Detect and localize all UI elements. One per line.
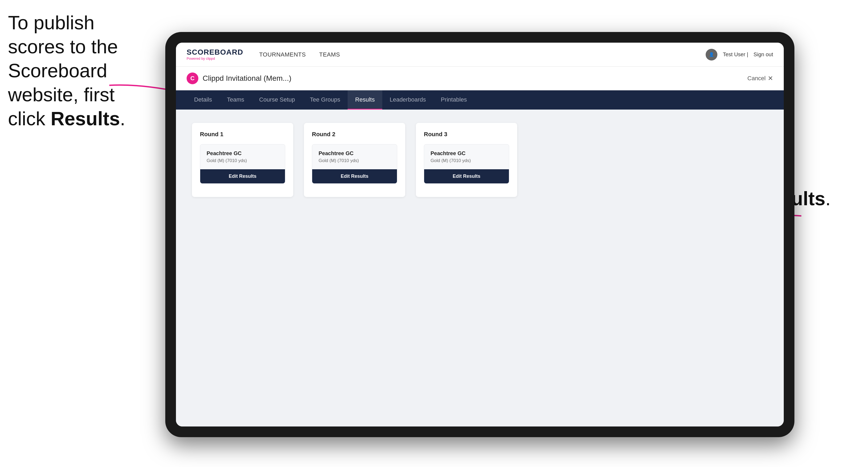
round-1-edit-results-button[interactable]: Edit Results bbox=[200, 169, 285, 183]
round-2-course-name: Peachtree GC bbox=[318, 150, 391, 156]
tablet-frame: SCOREBOARD Powered by clippd TOURNAMENTS… bbox=[165, 32, 795, 437]
tab-tee-groups[interactable]: Tee Groups bbox=[303, 90, 348, 110]
round-2-edit-results-button[interactable]: Edit Results bbox=[312, 169, 397, 183]
nav-teams[interactable]: TEAMS bbox=[319, 51, 340, 58]
logo-area: SCOREBOARD Powered by clippd bbox=[187, 49, 243, 61]
tab-results[interactable]: Results bbox=[348, 90, 382, 110]
close-icon: ✕ bbox=[768, 75, 773, 82]
round-3-course-card: Peachtree GC Gold (M) (7010 yds) Edit Re… bbox=[424, 144, 509, 184]
round-3-course-name: Peachtree GC bbox=[431, 150, 502, 156]
round-1-course-name: Peachtree GC bbox=[207, 150, 279, 156]
user-name: Test User | bbox=[723, 52, 748, 58]
tab-bar: Details Teams Course Setup Tee Groups Re… bbox=[176, 90, 784, 110]
right-instruction-end: . bbox=[825, 188, 831, 209]
logo-scoreboard: SCOREBOARD bbox=[187, 49, 243, 56]
rounds-grid: Round 1 Peachtree GC Gold (M) (7010 yds)… bbox=[192, 123, 768, 197]
round-3-card: Round 3 Peachtree GC Gold (M) (7010 yds)… bbox=[416, 123, 517, 197]
round-1-title: Round 1 bbox=[200, 131, 285, 138]
logo-sub: Powered by clippd bbox=[187, 57, 243, 61]
round-1-course-details: Gold (M) (7010 yds) bbox=[207, 158, 279, 163]
round-3-title: Round 3 bbox=[424, 131, 509, 138]
nav-tournaments[interactable]: TOURNAMENTS bbox=[259, 51, 306, 58]
tab-course-setup[interactable]: Course Setup bbox=[252, 90, 303, 110]
round-2-card: Round 2 Peachtree GC Gold (M) (7010 yds)… bbox=[304, 123, 405, 197]
tablet-screen: SCOREBOARD Powered by clippd TOURNAMENTS… bbox=[176, 43, 784, 427]
sign-out[interactable]: Sign out bbox=[754, 52, 773, 58]
tournament-title-row: C Clippd Invitational (Mem...) bbox=[187, 72, 291, 84]
tournament-icon: C bbox=[187, 72, 198, 84]
tournament-name: Clippd Invitational (Mem...) bbox=[203, 74, 291, 83]
round-2-title: Round 2 bbox=[312, 131, 397, 138]
round-1-card: Round 1 Peachtree GC Gold (M) (7010 yds)… bbox=[192, 123, 293, 197]
round-1-course-card: Peachtree GC Gold (M) (7010 yds) Edit Re… bbox=[200, 144, 285, 184]
cancel-button[interactable]: Cancel ✕ bbox=[747, 75, 773, 82]
content-area: Round 1 Peachtree GC Gold (M) (7010 yds)… bbox=[176, 110, 784, 427]
round-2-course-details: Gold (M) (7010 yds) bbox=[318, 158, 391, 163]
round-2-course-card: Peachtree GC Gold (M) (7010 yds) Edit Re… bbox=[312, 144, 397, 184]
tab-printables[interactable]: Printables bbox=[433, 90, 474, 110]
tab-leaderboards[interactable]: Leaderboards bbox=[382, 90, 433, 110]
tab-teams[interactable]: Teams bbox=[219, 90, 252, 110]
avatar: 👤 bbox=[706, 49, 717, 61]
nav-links: TOURNAMENTS TEAMS bbox=[259, 51, 706, 58]
top-nav: SCOREBOARD Powered by clippd TOURNAMENTS… bbox=[176, 43, 784, 67]
tournament-header: C Clippd Invitational (Mem...) Cancel ✕ bbox=[176, 67, 784, 90]
user-area: 👤 Test User | Sign out bbox=[706, 49, 773, 61]
round-3-edit-results-button[interactable]: Edit Results bbox=[424, 169, 509, 183]
tab-details[interactable]: Details bbox=[187, 90, 219, 110]
round-3-course-details: Gold (M) (7010 yds) bbox=[431, 158, 502, 163]
